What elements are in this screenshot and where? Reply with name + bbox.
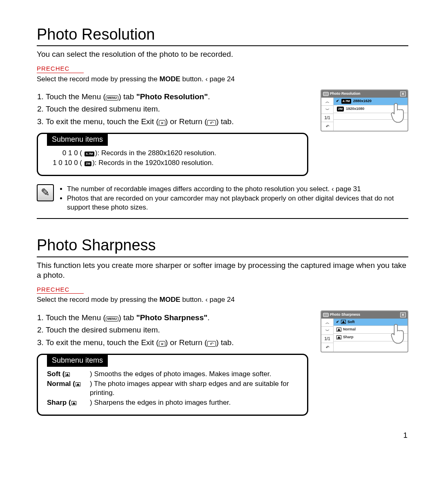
menu-icon: MENU xyxy=(106,96,119,100)
intro-text-sharpness: This function lets you create more sharp… xyxy=(37,261,408,281)
device-preview-sharpness: Photo Sharpness ✕ ︿ ﹀ 1/1 ↶ ✔ Soft Norma… xyxy=(321,310,408,352)
note-bullet: The number of recordable images differs … xyxy=(67,185,408,194)
res-chip-2m: 2M xyxy=(85,161,91,166)
submenu-box-resolution: Submenu items 0 1 0 ( 4.7M): Records in … xyxy=(37,133,308,176)
submenu-box-sharpness: Submenu items Soft ( ) Smooths the edges… xyxy=(37,354,308,416)
return-icon: ↶ xyxy=(207,120,216,126)
step-2: Touch the desired submenu item. xyxy=(46,325,308,335)
hand-pointer-icon xyxy=(390,103,408,124)
res-chip-47m: 4.7M xyxy=(85,152,94,156)
scroll-up-button[interactable]: ︿ xyxy=(321,319,333,327)
note-bullet: Photos that are recorded on your camcord… xyxy=(67,194,408,212)
sharpness-soft-icon xyxy=(65,372,70,377)
precheck-label: PRECHEC xyxy=(37,65,84,73)
device-close-button[interactable]: ✕ xyxy=(400,312,406,317)
hand-pointer-icon xyxy=(390,323,408,345)
sharpness-sharp-icon xyxy=(336,335,341,339)
page-number: 1 xyxy=(37,430,408,441)
device-return-button[interactable]: ↶ xyxy=(321,122,333,131)
menu-icon: MENU xyxy=(106,317,119,321)
close-icon: ✕ xyxy=(159,120,165,126)
submenu-tab: Submenu items xyxy=(47,133,108,146)
steps-list-sharpness: Touch the Menu (MENU) tab "Photo Sharpne… xyxy=(37,313,308,348)
camera-icon xyxy=(323,313,329,317)
sharpness-normal-icon xyxy=(76,382,80,386)
camera-icon xyxy=(323,92,329,96)
precheck-text: Select the record mode by pressing the M… xyxy=(37,295,408,304)
intro-text-resolution: You can select the resolution of the pho… xyxy=(37,49,408,60)
sharpness-soft-icon xyxy=(341,320,346,324)
sharpness-normal-icon xyxy=(336,328,341,332)
page-indicator: 1/1 xyxy=(321,114,333,122)
sharpness-sharp-icon xyxy=(71,401,76,405)
scroll-down-button[interactable]: ﹀ xyxy=(321,327,333,335)
note-block: ✎ The number of recordable images differ… xyxy=(37,180,408,219)
device-title: Photo Resolution xyxy=(330,91,361,96)
close-icon: ✕ xyxy=(159,341,165,347)
note-icon: ✎ xyxy=(37,184,54,201)
section-title-sharpness: Photo Sharpness xyxy=(37,235,408,257)
step-3: To exit the menu, touch the Exit (✕) or … xyxy=(46,338,308,348)
step-3: To exit the menu, touch the Exit (✕) or … xyxy=(46,117,308,127)
scroll-up-button[interactable]: ︿ xyxy=(321,98,333,106)
return-icon: ↶ xyxy=(207,341,216,347)
submenu-tab: Submenu items xyxy=(47,354,108,367)
steps-list-resolution: Touch the Menu (MENU) tab "Photo Resolut… xyxy=(37,92,308,127)
step-1: Touch the Menu (MENU) tab "Photo Sharpne… xyxy=(46,313,308,323)
precheck-text: Select the record mode by pressing the M… xyxy=(37,75,408,84)
step-1: Touch the Menu (MENU) tab "Photo Resolut… xyxy=(46,92,308,102)
precheck-label: PRECHEC xyxy=(37,285,84,294)
device-preview-resolution: Photo Resolution ✕ ︿ ﹀ 1/1 ↶ ✔ 4.7M 2880… xyxy=(321,89,408,132)
check-icon: ✔ xyxy=(336,320,339,325)
step-2: Touch the desired submenu item. xyxy=(46,104,308,114)
device-close-button[interactable]: ✕ xyxy=(400,91,406,96)
device-title: Photo Sharpness xyxy=(330,312,360,317)
scroll-down-button[interactable]: ﹀ xyxy=(321,106,333,114)
device-return-button[interactable]: ↶ xyxy=(321,343,333,352)
page-indicator: 1/1 xyxy=(321,335,333,343)
section-title-resolution: Photo Resolution xyxy=(37,25,408,46)
check-icon: ✔ xyxy=(336,99,339,104)
